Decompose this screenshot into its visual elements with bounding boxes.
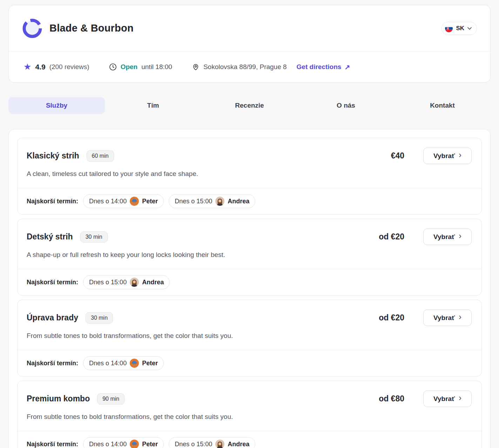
earliest-label: Najskorší termín: xyxy=(27,360,78,367)
review-count: (200 reviews) xyxy=(49,63,89,71)
business-header-card: Blade & Bourbon SK xyxy=(8,5,491,83)
service-summary: Klasický strih 60 min €40 Vybrať › A cle… xyxy=(18,138,481,188)
tab-o-nas[interactable]: O nás xyxy=(298,97,394,114)
slot-time: Dnes o 15:00 xyxy=(175,198,212,205)
slot-time: Dnes o 14:00 xyxy=(89,198,127,205)
chevron-right-icon: › xyxy=(459,394,461,402)
service-price: od €80 xyxy=(352,394,404,403)
earliest-label: Najskorší termín: xyxy=(27,279,78,286)
page: Blade & Bourbon SK xyxy=(8,5,491,448)
duration-badge: 90 min xyxy=(97,393,124,405)
select-service-button[interactable]: Vybrať › xyxy=(423,229,472,245)
open-until: until 18:00 xyxy=(141,63,172,71)
select-service-button[interactable]: Vybrať › xyxy=(423,148,472,164)
slot-staff-name: Peter xyxy=(142,441,158,448)
earliest-slots-row: Najskorší termín: Dnes o 14:00 Pe xyxy=(18,350,481,376)
address-text: Sokolovska 88/99, Prague 8 xyxy=(203,63,287,71)
avatar-peter xyxy=(130,440,139,448)
earliest-slots-row: Najskorší termín: Dnes o 14:00 Pe xyxy=(18,188,481,214)
service-price: od €20 xyxy=(352,232,404,242)
slot-chip[interactable]: Dnes o 14:00 Peter xyxy=(83,194,164,208)
avatar-peter xyxy=(130,359,139,368)
service-description: A clean, timeless cut tailored to your s… xyxy=(27,170,472,178)
avatar-andrea xyxy=(215,440,224,448)
slot-time: Dnes o 15:00 xyxy=(175,441,212,448)
slovakia-flag-icon xyxy=(445,25,453,32)
service-price: €40 xyxy=(352,151,404,161)
rating-group: ★ 4.9 (200 reviews) xyxy=(23,63,89,72)
avatar-andrea xyxy=(215,197,224,206)
chevron-right-icon: › xyxy=(459,151,461,159)
service-summary: Premium kombo 90 min od €80 Vybrať › Fro… xyxy=(18,381,481,431)
service-card: Klasický strih 60 min €40 Vybrať › A cle… xyxy=(17,138,482,215)
service-card: Úprava brady 30 min od €20 Vybrať › From… xyxy=(17,300,482,376)
duration-badge: 60 min xyxy=(87,150,114,162)
service-card: Detský strih 30 min od €20 Vybrať › A sh… xyxy=(17,219,482,296)
duration-badge: 30 min xyxy=(86,312,113,324)
rating-value: 4.9 xyxy=(35,63,45,71)
header-row: Blade & Bourbon SK xyxy=(9,5,490,52)
get-directions-label: Get directions xyxy=(297,63,342,71)
tab-sluzby[interactable]: Služby xyxy=(8,97,105,114)
hours-group: Open until 18:00 xyxy=(109,63,172,71)
services-list: Klasický strih 60 min €40 Vybrať › A cle… xyxy=(8,129,491,448)
avatar-peter xyxy=(130,197,139,206)
clock-icon xyxy=(109,63,117,71)
slot-chip[interactable]: Dnes o 14:00 Peter xyxy=(83,356,164,370)
service-price: od €20 xyxy=(352,313,404,323)
language-selector[interactable]: SK xyxy=(441,22,477,35)
slot-chip[interactable]: Dnes o 14:00 Peter xyxy=(83,437,164,448)
slot-time: Dnes o 14:00 xyxy=(89,360,127,367)
slot-chip[interactable]: Dnes o 15:00 Andrea xyxy=(169,437,255,448)
slot-time: Dnes o 15:00 xyxy=(89,279,127,286)
slot-staff-name: Andrea xyxy=(228,198,249,205)
brand: Blade & Bourbon xyxy=(22,18,134,39)
slot-staff-name: Andrea xyxy=(142,279,164,286)
info-row: ★ 4.9 (200 reviews) Open until 18:00 xyxy=(9,52,490,82)
open-status: Open xyxy=(121,63,138,71)
select-label: Vybrať xyxy=(433,233,455,241)
service-description: A shape-up or full refresh to keep your … xyxy=(27,251,472,259)
select-label: Vybrať xyxy=(433,395,455,403)
service-name: Detský strih xyxy=(27,232,73,242)
slot-staff-name: Peter xyxy=(142,360,158,367)
star-icon: ★ xyxy=(23,62,31,71)
service-name: Klasický strih xyxy=(27,151,79,161)
tab-bar: Služby Tím Recenzie O nás Kontakt xyxy=(8,97,491,114)
chevron-right-icon: › xyxy=(459,232,461,240)
chevron-right-icon: › xyxy=(459,313,461,321)
location-pin-icon xyxy=(192,63,200,71)
service-summary: Úprava brady 30 min od €20 Vybrať › From… xyxy=(18,300,481,350)
slot-staff-name: Peter xyxy=(142,198,158,205)
service-name: Premium kombo xyxy=(27,394,90,403)
tab-kontakt[interactable]: Kontakt xyxy=(394,97,491,114)
select-label: Vybrať xyxy=(433,314,455,322)
brand-logo-icon xyxy=(22,18,42,39)
page-title: Blade & Bourbon xyxy=(49,22,134,34)
external-arrow-icon: ↗ xyxy=(344,63,350,71)
select-service-button[interactable]: Vybrať › xyxy=(423,391,472,407)
duration-badge: 30 min xyxy=(80,231,108,243)
earliest-slots-row: Najskorší termín: Dnes o 14:00 Pe xyxy=(18,431,481,448)
service-description: From subtle tones to bold transformation… xyxy=(27,332,472,340)
service-name: Úprava brady xyxy=(27,313,78,323)
language-code: SK xyxy=(456,25,464,32)
slot-staff-name: Andrea xyxy=(228,441,249,448)
slot-time: Dnes o 14:00 xyxy=(89,441,127,448)
get-directions-link[interactable]: Get directions ↗ xyxy=(297,63,350,71)
earliest-label: Najskorší termín: xyxy=(27,198,78,205)
address-group: Sokolovska 88/99, Prague 8 Get direction… xyxy=(192,63,350,71)
service-description: From subtle tones to bold transformation… xyxy=(27,413,472,421)
service-card: Premium kombo 90 min od €80 Vybrať › Fro… xyxy=(17,381,482,448)
select-service-button[interactable]: Vybrať › xyxy=(423,310,472,326)
select-label: Vybrať xyxy=(433,152,455,160)
earliest-label: Najskorší termín: xyxy=(27,441,78,448)
slot-chip[interactable]: Dnes o 15:00 Andrea xyxy=(83,275,170,289)
avatar-andrea xyxy=(130,278,139,287)
chevron-down-icon xyxy=(467,27,472,30)
service-summary: Detský strih 30 min od €20 Vybrať › A sh… xyxy=(18,219,481,269)
slot-chip[interactable]: Dnes o 15:00 Andrea xyxy=(169,194,255,208)
tab-tim[interactable]: Tím xyxy=(105,97,201,114)
earliest-slots-row: Najskorší termín: Dnes o 15:00 Andrea xyxy=(18,269,481,295)
tab-recenzie[interactable]: Recenzie xyxy=(201,97,298,114)
